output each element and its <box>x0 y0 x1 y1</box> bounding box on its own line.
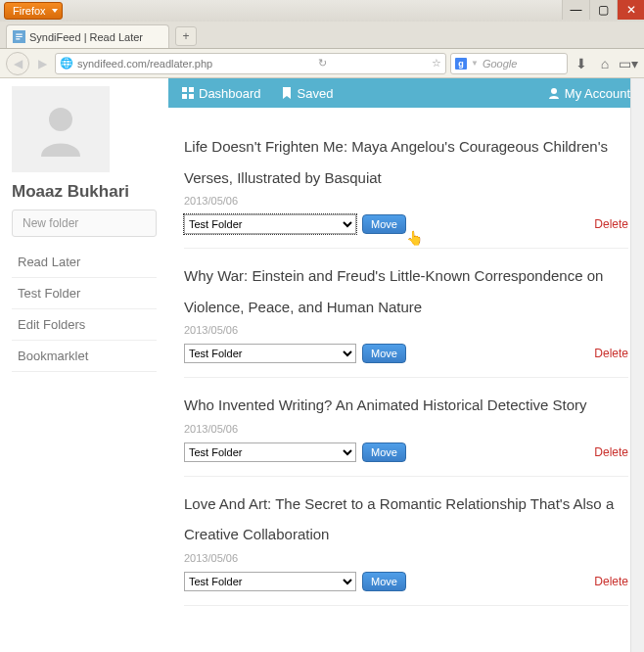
sidebar-item-label: Test Folder <box>18 286 80 301</box>
dashboard-icon <box>182 87 194 99</box>
article-list: Life Doesn't Frighten Me: Maya Angelou's… <box>168 108 644 618</box>
article-date: 2013/05/06 <box>184 552 628 564</box>
svg-rect-3 <box>189 87 194 92</box>
article-actions-row: Test FolderMoveDelete <box>184 572 628 591</box>
article-title[interactable]: Life Doesn't Frighten Me: Maya Angelou's… <box>184 131 628 193</box>
firefox-menu-button[interactable]: Firefox <box>4 2 63 20</box>
sidebar-item-read-later[interactable]: Read Later <box>12 247 157 278</box>
article-title[interactable]: Who Invented Writing? An Animated Histor… <box>184 390 628 421</box>
article-item: Why War: Einstein and Freud's Little-Kno… <box>184 249 628 378</box>
cursor-icon: 👆 <box>406 230 423 246</box>
delete-button[interactable]: Delete <box>594 575 628 588</box>
browser-toolbar: ◀ ▶ 🌐 syndifeed.com/readlater.php ↻ ☆ g … <box>0 49 644 78</box>
delete-button[interactable]: Delete <box>594 217 628 231</box>
nav-dashboard[interactable]: Dashboard <box>182 86 261 101</box>
nav-label: My Account <box>565 86 630 101</box>
article-actions-row: Test FolderMoveDelete <box>184 344 628 363</box>
folder-select[interactable]: Test Folder <box>184 214 356 234</box>
article-date: 2013/05/06 <box>184 324 628 336</box>
top-nav: Dashboard Saved My Account <box>168 78 644 108</box>
article-date: 2013/05/06 <box>184 423 628 435</box>
window-controls: — ▢ ✕ <box>562 0 644 20</box>
chevron-down-icon: ▼ <box>471 59 479 68</box>
move-button[interactable]: Move <box>362 214 406 234</box>
google-icon: g <box>455 58 467 70</box>
folder-select[interactable]: Test Folder <box>184 572 356 591</box>
url-text: syndifeed.com/readlater.php <box>77 58 212 70</box>
article-actions-row: Test FolderMove👆Delete <box>184 214 628 234</box>
bookmarks-icon[interactable]: ▭▾ <box>619 54 638 73</box>
svg-rect-4 <box>182 94 187 99</box>
globe-icon: 🌐 <box>60 57 73 70</box>
vertical-scrollbar[interactable] <box>630 78 644 652</box>
nav-label: Dashboard <box>199 86 261 101</box>
sidebar-item-bookmarklet[interactable]: Bookmarklet <box>12 341 157 372</box>
delete-button[interactable]: Delete <box>594 347 628 360</box>
sidebar-item-label: Bookmarklet <box>18 349 88 363</box>
back-button[interactable]: ◀ <box>6 52 29 75</box>
maximize-button[interactable]: ▢ <box>589 0 617 20</box>
svg-rect-2 <box>182 87 187 92</box>
sidebar: Moaaz Bukhari New folder Read Later Test… <box>0 78 168 652</box>
bookmark-icon <box>281 87 293 99</box>
nav-account[interactable]: My Account <box>548 86 630 101</box>
article-item: Love And Art: The Secret to a Romantic R… <box>184 477 628 606</box>
download-icon[interactable]: ⬇ <box>572 54 591 73</box>
sidebar-item-label: Read Later <box>18 255 80 269</box>
sidebar-item-edit-folders[interactable]: Edit Folders <box>12 309 157 341</box>
new-folder-input[interactable]: New folder <box>12 210 157 237</box>
move-button[interactable]: Move <box>362 442 406 462</box>
folder-select[interactable]: Test Folder <box>184 442 356 462</box>
avatar <box>12 86 110 172</box>
avatar-placeholder-icon <box>31 100 90 159</box>
svg-point-6 <box>551 88 557 94</box>
main: Dashboard Saved My Account Life Doesn't … <box>168 78 644 652</box>
tab-title: SyndiFeed | Read Later <box>29 31 143 43</box>
tab-favicon <box>13 30 25 43</box>
firefox-menu-label: Firefox <box>13 5 46 17</box>
new-tab-button[interactable]: + <box>175 26 197 46</box>
delete-button[interactable]: Delete <box>594 445 628 459</box>
move-button[interactable]: Move <box>362 344 406 363</box>
sidebar-item-label: Edit Folders <box>18 317 85 332</box>
browser-menubar: Firefox — ▢ ✕ <box>0 0 644 22</box>
article-actions-row: Test FolderMoveDelete <box>184 442 628 462</box>
move-button[interactable]: Move <box>362 572 406 591</box>
article-date: 2013/05/06 <box>184 195 628 207</box>
bookmark-star-icon[interactable]: ☆ <box>432 57 441 70</box>
browser-tabstrip: SyndiFeed | Read Later + <box>0 22 644 49</box>
nav-label: Saved <box>298 86 334 101</box>
folder-select[interactable]: Test Folder <box>184 344 356 363</box>
home-icon[interactable]: ⌂ <box>595 54 615 73</box>
forward-button[interactable]: ▶ <box>33 53 51 74</box>
user-icon <box>548 87 560 99</box>
minimize-button[interactable]: — <box>562 0 589 20</box>
article-item: Life Doesn't Frighten Me: Maya Angelou's… <box>184 119 628 249</box>
browser-tab[interactable]: SyndiFeed | Read Later <box>6 24 169 48</box>
search-placeholder: Google <box>483 58 517 70</box>
article-title[interactable]: Why War: Einstein and Freud's Little-Kno… <box>184 260 628 322</box>
nav-saved[interactable]: Saved <box>281 86 334 101</box>
article-title[interactable]: Love And Art: The Secret to a Romantic R… <box>184 489 628 550</box>
url-bar[interactable]: 🌐 syndifeed.com/readlater.php ↻ ☆ <box>55 53 446 74</box>
search-bar[interactable]: g ▼ Google <box>450 53 568 74</box>
sidebar-item-test-folder[interactable]: Test Folder <box>12 278 157 309</box>
reload-icon[interactable]: ↻ <box>318 57 327 70</box>
close-button[interactable]: ✕ <box>617 0 644 20</box>
svg-point-1 <box>49 108 72 131</box>
username: Moaaz Bukhari <box>12 182 161 202</box>
svg-rect-5 <box>189 94 194 99</box>
app-root: Moaaz Bukhari New folder Read Later Test… <box>0 78 644 652</box>
article-item: Who Invented Writing? An Animated Histor… <box>184 378 628 477</box>
